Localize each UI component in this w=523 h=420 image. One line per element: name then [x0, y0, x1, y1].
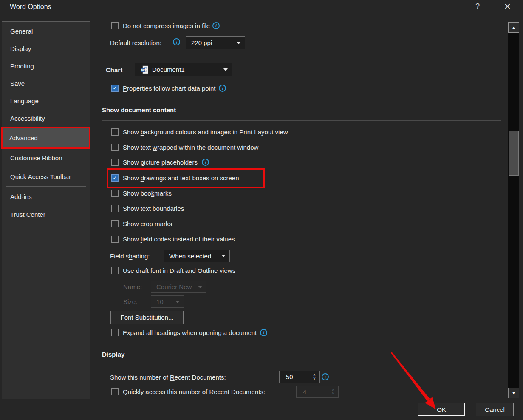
- chevron-down-icon: [223, 68, 228, 71]
- info-icon[interactable]: i: [202, 159, 209, 166]
- svg-text:W: W: [141, 68, 145, 72]
- field-shading-label: Field shading:: [110, 253, 150, 260]
- field-shading-dropdown[interactable]: When selected: [164, 250, 230, 262]
- draft-name-label: Name:: [123, 283, 142, 290]
- font-substitution-button[interactable]: Font Substitution...: [110, 311, 184, 324]
- divider: [102, 80, 501, 80]
- spinner-down-icon: ˅: [332, 392, 334, 395]
- divider: [102, 365, 501, 365]
- ok-button[interactable]: OK: [418, 403, 465, 416]
- dialog-title: Word Options: [10, 3, 51, 11]
- show-document-content-header: Show document content: [102, 106, 176, 114]
- show-field-codes-checkbox[interactable]: [111, 236, 119, 243]
- spinner-down-icon[interactable]: ˅: [313, 377, 316, 380]
- show-drawings-checkbox[interactable]: ✓: [111, 174, 119, 182]
- display-section-header: Display: [102, 351, 124, 358]
- chevron-down-icon: [175, 301, 180, 303]
- divider: [102, 120, 501, 121]
- expand-headings-row: Expand all headings when opening a docum…: [111, 327, 267, 338]
- show-background-checkbox[interactable]: [111, 128, 119, 136]
- show-background-row: Show background colours and images in Pr…: [111, 127, 288, 137]
- chevron-down-icon: [221, 255, 226, 257]
- use-draft-font-row: Use draft font in Draft and Outline view…: [111, 265, 235, 275]
- recent-documents-spinner[interactable]: 50 ˄ ˅: [279, 371, 320, 383]
- help-icon[interactable]: ?: [475, 2, 480, 11]
- quick-access-recent-row: Quickly access this number of Recent Doc…: [111, 386, 265, 397]
- sidebar: General Display Proofing Save Language A…: [2, 21, 90, 399]
- draft-name-dropdown: Courier New: [151, 281, 206, 293]
- chevron-down-icon: [198, 286, 202, 288]
- quick-access-recent-checkbox[interactable]: [111, 388, 119, 395]
- show-bookmarks-checkbox[interactable]: [111, 190, 119, 197]
- sidebar-item-accessibility[interactable]: Accessibility: [3, 110, 89, 127]
- sidebar-item-proofing[interactable]: Proofing: [3, 57, 89, 75]
- word-document-icon: W: [140, 65, 149, 74]
- cancel-button[interactable]: Cancel: [476, 403, 514, 416]
- sidebar-item-save[interactable]: Save: [3, 75, 89, 92]
- do-not-compress-checkbox[interactable]: [111, 22, 119, 29]
- chevron-down-icon: [237, 42, 241, 44]
- info-icon[interactable]: i: [322, 373, 329, 380]
- show-field-codes-row: Show field codes instead of their values: [111, 234, 235, 244]
- default-resolution-dropdown[interactable]: 220 ppi: [186, 36, 245, 49]
- do-not-compress-label: Do not compress images in file: [123, 22, 210, 29]
- word-options-dialog: Word Options ? ✕ General Display Proofin…: [0, 0, 523, 420]
- sidebar-item-general[interactable]: General: [3, 23, 89, 40]
- sidebar-item-advanced[interactable]: Advanced: [1, 127, 90, 149]
- chart-label: Chart: [106, 66, 122, 74]
- recent-documents-label: Show this number of Recent Documents:: [110, 374, 226, 381]
- show-crop-marks-checkbox[interactable]: [111, 220, 119, 227]
- quick-access-recent-spinner: 4 ˄ ˅: [296, 386, 339, 398]
- info-icon[interactable]: i: [219, 85, 226, 92]
- info-icon[interactable]: i: [212, 22, 220, 29]
- show-drawings-row: ✓ Show drawings and text boxes on screen: [111, 173, 239, 183]
- sidebar-item-display[interactable]: Display: [3, 40, 89, 57]
- draft-size-label: Size:: [123, 298, 137, 305]
- scroll-down-button[interactable]: ▼: [508, 388, 519, 398]
- show-bookmarks-row: Show bookmarks: [111, 188, 172, 198]
- properties-follow-checkbox[interactable]: ✓: [111, 85, 119, 92]
- show-text-boundaries-row: Show text boundaries: [111, 203, 184, 213]
- show-text-wrapped-checkbox[interactable]: [111, 144, 119, 151]
- chart-document-dropdown[interactable]: W Document1: [135, 63, 232, 76]
- sidebar-divider: [6, 186, 86, 187]
- show-picture-placeholders-checkbox[interactable]: [111, 159, 119, 166]
- sidebar-item-trust-center[interactable]: Trust Center: [3, 206, 89, 223]
- expand-headings-checkbox[interactable]: [111, 329, 119, 336]
- draft-size-dropdown: 10: [151, 295, 184, 308]
- do-not-compress-row: Do not compress images in file i: [111, 20, 220, 31]
- scroll-down-icon: ▼: [512, 391, 516, 395]
- sidebar-item-customise-ribbon[interactable]: Customise Ribbon: [3, 149, 89, 167]
- properties-follow-row: ✓ Properties follow chart data point i: [111, 83, 226, 93]
- sidebar-item-language[interactable]: Language: [3, 92, 89, 110]
- show-crop-marks-row: Show crop marks: [111, 219, 172, 229]
- scrollbar-track[interactable]: [508, 22, 519, 398]
- info-icon[interactable]: i: [173, 38, 180, 45]
- show-text-boundaries-checkbox[interactable]: [111, 205, 119, 212]
- sidebar-item-add-ins[interactable]: Add-ins: [3, 188, 89, 205]
- properties-follow-label: Properties follow chart data point: [123, 85, 215, 92]
- close-icon[interactable]: ✕: [504, 1, 511, 11]
- scroll-up-icon: ▲: [512, 26, 516, 30]
- sidebar-item-quick-access-toolbar[interactable]: Quick Access Toolbar: [3, 168, 89, 185]
- use-draft-font-checkbox[interactable]: [111, 267, 119, 274]
- info-icon[interactable]: i: [260, 329, 267, 336]
- show-picture-placeholders-row: Show picture placeholders i: [111, 157, 209, 167]
- show-text-wrapped-row: Show text wrapped within the document wi…: [111, 142, 258, 152]
- scrollbar-thumb[interactable]: [509, 131, 519, 176]
- scroll-up-button[interactable]: ▲: [508, 22, 519, 33]
- default-resolution-label: Default resolution:: [110, 39, 161, 46]
